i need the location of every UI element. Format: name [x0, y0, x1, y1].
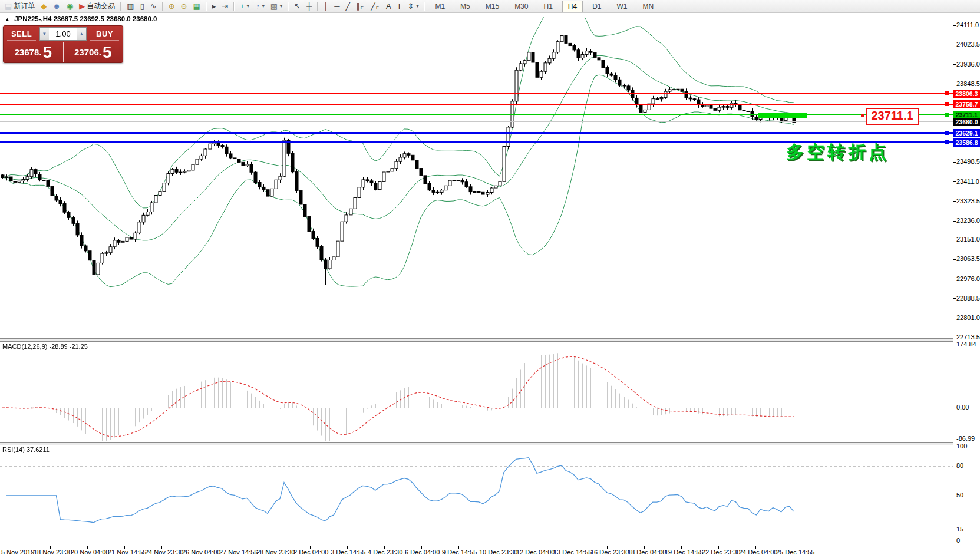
- signals-button[interactable]: ◉: [64, 1, 76, 12]
- price-tick-mark: [953, 259, 956, 260]
- time-axis[interactable]: 5 Nov 201918 Nov 23:3020 Nov 04:0021 Nov…: [0, 546, 980, 558]
- chart-candles-button[interactable]: ▯: [137, 1, 147, 12]
- price-tick-label: 22976.0: [956, 275, 980, 282]
- profiles-button[interactable]: ◆: [38, 1, 50, 12]
- time-tick-mark: [533, 546, 533, 549]
- price-tick-label: 23323.5: [956, 197, 980, 204]
- vertical-line-button[interactable]: │: [321, 1, 331, 12]
- new-order-icon: ▤: [5, 2, 12, 10]
- text-button[interactable]: A: [383, 1, 394, 12]
- price-tick-label: 23151.0: [956, 236, 980, 243]
- price-tick-mark: [953, 201, 956, 202]
- tab-H1[interactable]: H1: [537, 1, 558, 12]
- time-tick-label: 20 Nov 04:00: [71, 549, 109, 556]
- new-order-label: 新订单: [14, 1, 35, 11]
- one-click-collapse-icon[interactable]: ▲: [5, 16, 10, 22]
- rsi-scale-label: 15: [956, 526, 963, 533]
- sell-price[interactable]: 23678 . 5: [4, 42, 63, 62]
- navigator-button[interactable]: ☻: [50, 1, 64, 12]
- periodicity-button[interactable]: ◔▾: [252, 1, 268, 12]
- chart-line-button[interactable]: ∿: [147, 1, 160, 12]
- crosshair-button[interactable]: ┼: [303, 1, 315, 12]
- new-chart-dropdown-icon[interactable]: ▾: [247, 4, 249, 9]
- one-click-trading-panel: SELL ▼ 1.00 ▲ BUY 23678 . 5 23706 . 5: [3, 25, 123, 63]
- macd-scale-label: -86.99: [956, 435, 975, 442]
- horizontal-line-icon: ─: [334, 2, 339, 10]
- price-tick-label: 22888.5: [956, 295, 980, 302]
- tab-D1[interactable]: D1: [586, 1, 607, 12]
- zoom-out-button[interactable]: ⊖: [178, 1, 190, 12]
- highlight-segment[interactable]: [758, 113, 807, 118]
- periodicity-dropdown-icon[interactable]: ▾: [262, 4, 265, 9]
- toolbar-separator: [162, 2, 163, 11]
- price-tick-label: 23848.5: [956, 80, 980, 87]
- chart-shift-icon: ⇥: [222, 2, 228, 10]
- line-drag-handle[interactable]: [945, 113, 949, 117]
- time-tick-label: 9 Dec 14:55: [442, 549, 477, 556]
- chart-plot-area[interactable]: [0, 0, 980, 558]
- volume-input[interactable]: ▼ 1.00 ▲: [39, 27, 87, 41]
- trendline-button[interactable]: ╱: [343, 1, 354, 12]
- line-drag-handle[interactable]: [945, 131, 949, 135]
- rsi-pane-splitter[interactable]: [0, 442, 980, 445]
- horizontal-line-button[interactable]: ─: [331, 1, 342, 12]
- fibonacci-button[interactable]: ╱F: [368, 1, 383, 12]
- new-order-button[interactable]: ▤新订单: [2, 1, 38, 12]
- zoom-in-button[interactable]: ⊕: [166, 1, 178, 12]
- autotrading-button[interactable]: ▶自动交易: [76, 1, 118, 12]
- equidistant-channel-button[interactable]: ∥E: [353, 1, 368, 12]
- time-tick-mark: [570, 546, 570, 549]
- chart-shift-button[interactable]: ⇥: [219, 1, 231, 12]
- templates-button[interactable]: ▩▾: [268, 1, 285, 12]
- toolbar-separator: [120, 2, 121, 11]
- zoom-in-icon: ⊕: [169, 2, 175, 10]
- volume-value[interactable]: 1.00: [49, 29, 77, 38]
- volume-decrease-button[interactable]: ▼: [40, 28, 49, 40]
- price-level-line[interactable]: [0, 114, 953, 115]
- line-drag-handle[interactable]: [945, 102, 949, 106]
- time-tick-label: 24 Dec 04:00: [739, 549, 777, 556]
- tab-M30[interactable]: M30: [509, 1, 534, 12]
- tab-W1[interactable]: W1: [611, 1, 633, 12]
- time-tick-mark: [681, 546, 682, 549]
- line-drag-handle[interactable]: [945, 91, 949, 95]
- annotation-text[interactable]: 多空转折点: [786, 140, 889, 164]
- callout-anchor-handle[interactable]: [861, 114, 864, 117]
- tab-M5[interactable]: M5: [454, 1, 476, 12]
- tab-MN[interactable]: MN: [637, 1, 660, 12]
- price-tick-mark: [953, 84, 956, 84]
- price-level-line[interactable]: [0, 132, 953, 134]
- line-drag-handle[interactable]: [945, 140, 949, 144]
- buy-price[interactable]: 23706 . 5: [64, 42, 123, 62]
- volume-increase-button[interactable]: ▲: [77, 28, 86, 40]
- auto-scroll-button[interactable]: ▸: [209, 1, 219, 12]
- buy-button[interactable]: BUY: [90, 29, 119, 41]
- time-tick-mark: [15, 546, 15, 549]
- tab-M15[interactable]: M15: [480, 1, 505, 12]
- price-level-line[interactable]: [0, 104, 953, 105]
- price-callout[interactable]: 23711.1: [866, 108, 919, 125]
- tab-H4[interactable]: H4: [562, 1, 583, 12]
- chart-bars-button[interactable]: ▥: [124, 1, 137, 12]
- price-tick-label: 23498.5: [956, 158, 980, 165]
- sell-button[interactable]: SELL: [7, 29, 36, 41]
- time-tick-label: 3 Dec 14:55: [331, 549, 365, 556]
- macd-pane-splitter[interactable]: [0, 338, 980, 342]
- cursor-button[interactable]: ↖: [291, 1, 303, 12]
- templates-dropdown-icon[interactable]: ▾: [280, 4, 282, 9]
- price-tick-label: 23411.0: [956, 178, 979, 185]
- arrows-button[interactable]: ⇕▾: [405, 1, 422, 12]
- time-tick-label: 21 Nov 14:55: [108, 549, 146, 556]
- symbol-period-label: JPN225-,H4: [14, 15, 51, 22]
- arrows-dropdown-icon[interactable]: ▾: [416, 4, 418, 9]
- text-label-button[interactable]: T: [394, 1, 405, 12]
- price-tick-mark: [953, 318, 956, 318]
- tile-windows-button[interactable]: ▦: [190, 1, 203, 12]
- time-tick-mark: [347, 546, 348, 549]
- new-chart-button[interactable]: +▾: [237, 1, 252, 12]
- time-tick-label: 27 Nov 14:55: [219, 549, 258, 556]
- price-level-line[interactable]: [0, 93, 953, 94]
- text-label-icon: T: [397, 2, 402, 10]
- tab-M1[interactable]: M1: [429, 1, 451, 12]
- price-level-line[interactable]: [0, 121, 953, 122]
